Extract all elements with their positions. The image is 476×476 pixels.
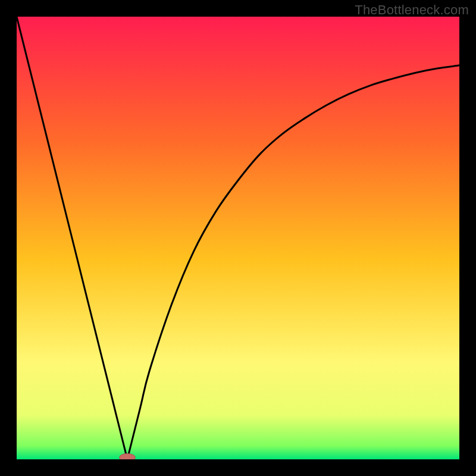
bottleneck-chart [17, 17, 459, 459]
watermark-text: TheBottleneck.com [355, 2, 469, 18]
chart-frame: TheBottleneck.com [0, 0, 476, 476]
gradient-background [17, 17, 459, 459]
optimum-marker [120, 453, 136, 459]
plot-area [17, 17, 459, 459]
